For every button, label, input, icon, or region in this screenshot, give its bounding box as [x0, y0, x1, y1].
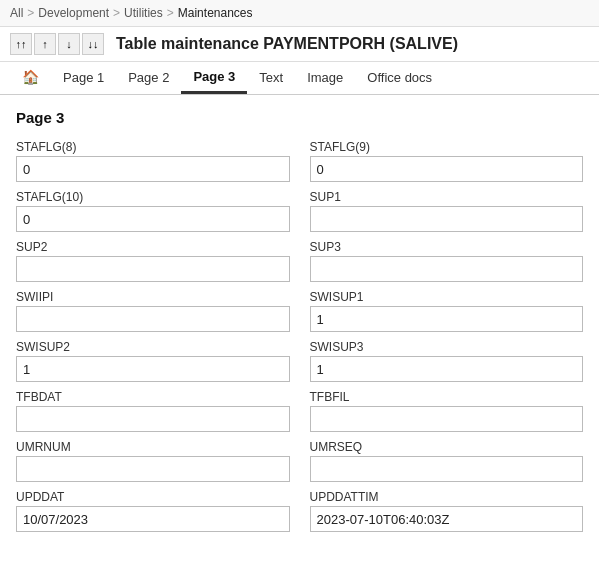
page-content: Page 3 STAFLG(8) STAFLG(9) STAFLG(10) SU… [0, 95, 599, 535]
input-umrseq[interactable] [310, 456, 584, 482]
input-tfbdat[interactable] [16, 406, 290, 432]
tab-home[interactable]: 🏠 [10, 62, 51, 94]
down-arrow-button[interactable]: ↓ [58, 33, 80, 55]
sep3: > [167, 6, 174, 20]
label-staflg8: STAFLG(8) [16, 140, 290, 154]
tabs-bar: 🏠 Page 1 Page 2 Page 3 Text Image Office… [0, 62, 599, 95]
page-section-title: Page 3 [16, 109, 583, 126]
first-arrow-button[interactable]: ↑↑ [10, 33, 32, 55]
form-grid: STAFLG(8) STAFLG(9) STAFLG(10) SUP1 SUP2… [16, 140, 583, 535]
sep1: > [27, 6, 34, 20]
sep2: > [113, 6, 120, 20]
label-swisup1: SWISUP1 [310, 290, 584, 304]
input-sup1[interactable] [310, 206, 584, 232]
navigation-arrows: ↑↑ ↑ ↓ ↓↓ [10, 33, 104, 55]
field-staflg9: STAFLG(9) [310, 140, 584, 182]
tab-page3[interactable]: Page 3 [181, 62, 247, 94]
label-sup2: SUP2 [16, 240, 290, 254]
input-tfbfil[interactable] [310, 406, 584, 432]
field-umrseq: UMRSEQ [310, 440, 584, 482]
breadcrumb-development[interactable]: Development [38, 6, 109, 20]
tab-text[interactable]: Text [247, 63, 295, 94]
tab-office-docs[interactable]: Office docs [355, 63, 444, 94]
table-maintenance-title: Table maintenance PAYMENTPORH (SALIVE) [116, 35, 458, 53]
tab-page2[interactable]: Page 2 [116, 63, 181, 94]
label-swisup2: SWISUP2 [16, 340, 290, 354]
input-swisup2[interactable] [16, 356, 290, 382]
field-swisup3: SWISUP3 [310, 340, 584, 382]
label-sup3: SUP3 [310, 240, 584, 254]
field-upddat: UPDDAT [16, 490, 290, 532]
input-swiipi[interactable] [16, 306, 290, 332]
breadcrumb: All > Development > Utilities > Maintena… [0, 0, 599, 27]
toolbar: ↑↑ ↑ ↓ ↓↓ Table maintenance PAYMENTPORH … [0, 27, 599, 62]
label-umrseq: UMRSEQ [310, 440, 584, 454]
label-swiipi: SWIIPI [16, 290, 290, 304]
field-sup3: SUP3 [310, 240, 584, 282]
input-staflg8[interactable] [16, 156, 290, 182]
field-sup1: SUP1 [310, 190, 584, 232]
label-tfbfil: TFBFIL [310, 390, 584, 404]
tab-page1[interactable]: Page 1 [51, 63, 116, 94]
up-arrow-button[interactable]: ↑ [34, 33, 56, 55]
input-staflg9[interactable] [310, 156, 584, 182]
tab-image[interactable]: Image [295, 63, 355, 94]
field-tfbdat: TFBDAT [16, 390, 290, 432]
label-tfbdat: TFBDAT [16, 390, 290, 404]
field-staflg8: STAFLG(8) [16, 140, 290, 182]
field-staflg10: STAFLG(10) [16, 190, 290, 232]
input-swisup3[interactable] [310, 356, 584, 382]
input-staflg10[interactable] [16, 206, 290, 232]
field-umrnum: UMRNUM [16, 440, 290, 482]
field-swiipi: SWIIPI [16, 290, 290, 332]
input-umrnum[interactable] [16, 456, 290, 482]
field-sup2: SUP2 [16, 240, 290, 282]
label-upddat: UPDDAT [16, 490, 290, 504]
input-swisup1[interactable] [310, 306, 584, 332]
input-sup3[interactable] [310, 256, 584, 282]
field-tfbfil: TFBFIL [310, 390, 584, 432]
label-swisup3: SWISUP3 [310, 340, 584, 354]
input-upddat[interactable] [16, 506, 290, 532]
last-arrow-button[interactable]: ↓↓ [82, 33, 104, 55]
field-swisup1: SWISUP1 [310, 290, 584, 332]
breadcrumb-utilities[interactable]: Utilities [124, 6, 163, 20]
label-upddattim: UPDDATTIM [310, 490, 584, 504]
label-umrnum: UMRNUM [16, 440, 290, 454]
field-swisup2: SWISUP2 [16, 340, 290, 382]
field-upddattim: UPDDATTIM [310, 490, 584, 532]
label-staflg10: STAFLG(10) [16, 190, 290, 204]
label-sup1: SUP1 [310, 190, 584, 204]
breadcrumb-all[interactable]: All [10, 6, 23, 20]
input-upddattim[interactable] [310, 506, 584, 532]
breadcrumb-maintenances[interactable]: Maintenances [178, 6, 253, 20]
input-sup2[interactable] [16, 256, 290, 282]
label-staflg9: STAFLG(9) [310, 140, 584, 154]
